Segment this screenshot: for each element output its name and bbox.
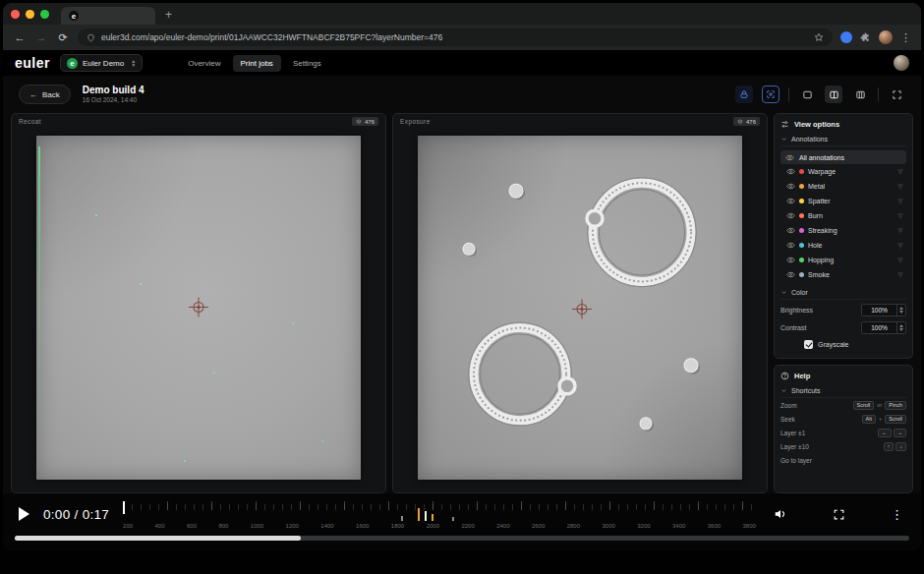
exposure-panel[interactable]: Exposure 476: [392, 113, 768, 493]
annotation-row[interactable]: Burn: [780, 208, 906, 223]
back-button[interactable]: ← Back: [19, 85, 71, 104]
bookmark-star-icon[interactable]: [814, 32, 824, 42]
eye-icon[interactable]: [786, 197, 795, 205]
annotation-color-dot: [799, 169, 804, 174]
layout-single-icon[interactable]: [798, 86, 816, 103]
annotation-label: Hole: [808, 242, 893, 249]
maximize-window-button[interactable]: [40, 10, 49, 19]
annotation-row[interactable]: Spatter: [780, 194, 906, 208]
back-arrow-icon: ←: [29, 90, 37, 99]
browser-menu-icon[interactable]: ⋮: [900, 31, 911, 44]
annotation-settings-icon[interactable]: [896, 242, 904, 250]
eye-icon[interactable]: [786, 182, 795, 191]
euler-logo[interactable]: euler: [15, 55, 50, 71]
nav-print-jobs[interactable]: Print jobs: [233, 55, 281, 72]
stepper-icon[interactable]: [896, 305, 905, 316]
annotation-row[interactable]: Smoke: [780, 267, 906, 282]
annotation-settings-icon[interactable]: [896, 227, 904, 235]
annotation-row[interactable]: Warpage: [780, 164, 906, 179]
annotation-row[interactable]: Hopping: [780, 253, 906, 267]
layout-grid-icon[interactable]: [851, 86, 869, 103]
annotation-settings-icon[interactable]: [896, 168, 904, 176]
key-separator: +: [878, 416, 883, 422]
user-avatar[interactable]: [894, 55, 909, 71]
exposure-panel-header: Exposure 476: [393, 114, 767, 129]
play-button[interactable]: [19, 507, 29, 521]
annotation-row[interactable]: Metal: [780, 179, 906, 194]
contrast-input[interactable]: 100%: [861, 321, 906, 334]
color-section-header[interactable]: Color: [780, 289, 906, 300]
layout-split-icon[interactable]: [825, 86, 842, 103]
annotation-settings-icon[interactable]: [896, 212, 904, 220]
build-toolbar: ← Back Demo build 4 16 Oct 2024, 14:40: [3, 76, 921, 113]
grayscale-checkbox[interactable]: [804, 340, 813, 349]
nav-settings[interactable]: Settings: [285, 55, 329, 72]
all-annotations-toggle[interactable]: All annotations: [780, 150, 906, 164]
eye-icon[interactable]: [786, 226, 795, 235]
reload-icon[interactable]: ⟳: [56, 31, 70, 44]
close-window-button[interactable]: [11, 10, 20, 19]
playhead[interactable]: [123, 501, 125, 514]
lock-view-icon[interactable]: [735, 86, 753, 103]
sliders-icon: [780, 120, 789, 129]
brightness-input[interactable]: 100%: [861, 304, 906, 316]
tick-label: 2400: [496, 523, 509, 529]
player-fullscreen-icon[interactable]: [833, 508, 845, 521]
shortcut-label: Zoom: [780, 402, 853, 409]
stepper-icon[interactable]: [896, 322, 905, 333]
annotation-settings-icon[interactable]: [896, 257, 904, 264]
recoat-image[interactable]: [36, 136, 361, 480]
layer-badge: 476: [733, 117, 760, 126]
browser-tabbar: e +: [3, 3, 921, 25]
volume-icon[interactable]: [774, 507, 787, 521]
new-tab-button[interactable]: +: [165, 5, 172, 25]
tick-label: 600: [187, 523, 197, 529]
eye-icon[interactable]: [786, 211, 795, 220]
annotations-section-header[interactable]: Annotations: [780, 136, 906, 146]
tick-label: 1000: [251, 523, 263, 529]
browser-window: e + ← → ⟳ euler3d.com/apo/euler-demo/pri…: [3, 3, 921, 550]
nav-overview[interactable]: Overview: [180, 55, 228, 72]
annotation-color-dot: [799, 199, 804, 203]
player-menu-icon[interactable]: ⋮: [891, 507, 903, 522]
exposure-image[interactable]: [418, 136, 742, 480]
shortcut-keys: ScrollorPinch: [853, 401, 906, 410]
shortcuts-section-header[interactable]: Shortcuts: [780, 387, 906, 398]
extensions-puzzle-icon[interactable]: [860, 32, 871, 43]
layers-icon: [356, 119, 362, 125]
contrast-row: Contrast 100%: [780, 319, 906, 335]
recoat-panel[interactable]: Recoat 476: [11, 113, 386, 493]
reset-view-icon[interactable]: [762, 86, 780, 103]
annotation-settings-icon[interactable]: [896, 271, 904, 279]
browser-profile-avatar[interactable]: [879, 30, 893, 44]
eye-icon[interactable]: [786, 256, 795, 264]
chevron-down-icon: [780, 136, 787, 143]
annotation-settings-icon[interactable]: [896, 198, 904, 205]
eye-icon[interactable]: [786, 241, 795, 250]
keycap: ←: [878, 429, 892, 437]
scrollbar-thumb[interactable]: [15, 536, 301, 541]
annotation-settings-icon[interactable]: [896, 183, 904, 191]
tick-label: 400: [155, 523, 165, 529]
shortcut-row: SeekAlt+Scroll: [780, 412, 906, 426]
workspace-switcher[interactable]: e Euler Demo ▲▼: [60, 54, 143, 72]
annotation-row[interactable]: Streaking: [780, 223, 906, 238]
minimize-window-button[interactable]: [26, 10, 34, 19]
eye-icon[interactable]: [786, 270, 795, 279]
app-header: euler e Euler Demo ▲▼ OverviewPrint jobs…: [3, 50, 921, 76]
url-bar[interactable]: euler3d.com/apo/euler-demo/print/01JAAWC…: [78, 29, 833, 46]
eye-icon[interactable]: [786, 167, 795, 176]
back-icon[interactable]: ←: [13, 31, 27, 43]
timeline-ruler[interactable]: 2004006008001000120014001600180020002200…: [123, 498, 756, 530]
annotation-row[interactable]: Hole: [780, 238, 906, 253]
playback-time: 0:00 / 0:17: [43, 507, 109, 522]
extension-icon[interactable]: [840, 31, 852, 43]
browser-tab[interactable]: e: [61, 7, 155, 25]
chevron-updown-icon: ▲▼: [131, 59, 136, 67]
fullscreen-icon[interactable]: [888, 86, 905, 103]
annotation-list: WarpageMetalSpatterBurnStreakingHoleHopp…: [780, 164, 906, 282]
annotation-color-dot: [799, 258, 804, 262]
forward-icon[interactable]: →: [34, 31, 48, 43]
timeline-scrollbar[interactable]: [15, 536, 909, 541]
chevron-down-icon: [780, 289, 787, 296]
